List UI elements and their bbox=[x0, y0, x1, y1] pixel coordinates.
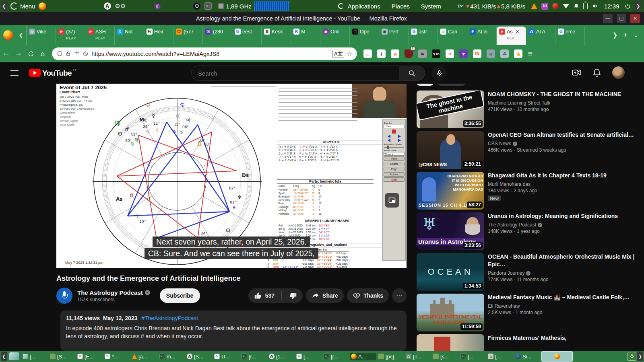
related-video-6[interactable]: MEDIEVAL INSTRUMENTAL CASTLE MUSIC11:59:… bbox=[417, 294, 644, 331]
recorder-tray-icon[interactable] bbox=[552, 3, 559, 9]
wheel-select[interactable]: Wheel ▾ bbox=[384, 152, 405, 156]
download-extension-icon[interactable]: ⭳ bbox=[377, 49, 386, 58]
taskbar-window-19[interactable]: Si... bbox=[514, 353, 541, 360]
taskbar-window-16[interactable]: [s... bbox=[432, 353, 458, 360]
browser-tab-10[interactable]: RM bbox=[291, 27, 320, 45]
opera-icon[interactable]: O bbox=[193, 2, 200, 10]
browser-tab-2[interactable]: ▶(37)PLAY bbox=[56, 27, 85, 45]
taskbar-window-12[interactable]: >_[r... bbox=[322, 353, 349, 360]
panel-scroll-left-icon[interactable]: ❮ bbox=[1, 1, 7, 11]
voice-search-button[interactable] bbox=[431, 66, 447, 81]
browser-tab-8[interactable]: Geest bbox=[232, 27, 262, 45]
taskbar-window-14[interactable]: [pc] bbox=[377, 353, 404, 360]
video-thumbnail[interactable] bbox=[417, 334, 484, 351]
notifications-icon[interactable] bbox=[592, 68, 602, 78]
page-button[interactable]: Page bbox=[384, 167, 405, 171]
browser-tab-4[interactable]: tNot bbox=[115, 27, 144, 45]
video-thumbnail[interactable]: The ghost in the machine3:36:55 bbox=[417, 90, 484, 128]
like-icon[interactable] bbox=[254, 292, 262, 300]
bookmark-star-icon[interactable]: ☆ bbox=[347, 50, 352, 58]
video-thumbnail[interactable]: ♅Uranus in Astrology3:23:56 bbox=[417, 212, 484, 250]
related-video-title[interactable]: Medieval Fantasy Music 🏰 – Medieval Cast… bbox=[488, 294, 644, 301]
vtr-extension-icon[interactable]: VTR bbox=[432, 49, 440, 58]
globe-extension-icon[interactable]: ◍ bbox=[487, 49, 495, 58]
video-thumbnail[interactable]: MEDIEVAL INSTRUMENTAL CASTLE MUSIC11:59:… bbox=[417, 294, 484, 331]
channel-avatar[interactable] bbox=[56, 288, 72, 304]
taskbar-window-6[interactable]: >_m... bbox=[158, 353, 185, 360]
browser-tab-9[interactable]: ⠿Kesk bbox=[262, 27, 291, 45]
tab-close-icon[interactable]: ✕ bbox=[514, 29, 521, 35]
browser-tab-14[interactable]: Gastr bbox=[409, 27, 438, 45]
system-menu[interactable]: System bbox=[421, 3, 441, 10]
related-video-title[interactable]: OpenAI CEO Sam Altman testifies at Senat… bbox=[488, 131, 644, 139]
step-input[interactable]: 1 Day bbox=[384, 125, 405, 128]
more-actions-button[interactable]: ⋯ bbox=[392, 288, 407, 303]
pocket-extension-icon[interactable]: ◡ bbox=[363, 49, 372, 58]
search-input[interactable] bbox=[198, 70, 389, 77]
stop-button[interactable] bbox=[392, 130, 396, 134]
yt-menu-hamburger-icon[interactable] bbox=[10, 70, 19, 76]
browser-tab-12[interactable]: ◌Ope bbox=[350, 27, 379, 45]
dislike-icon[interactable] bbox=[289, 292, 297, 300]
home-button[interactable]: ⌂ bbox=[41, 50, 45, 58]
description-box[interactable]: 11,145 views May 12, 2023 #TheAstrologyP… bbox=[60, 311, 407, 351]
thanks-button[interactable]: Thanks bbox=[347, 288, 389, 303]
applications-menu[interactable]: Applications bbox=[348, 3, 380, 10]
settings-gears-icon[interactable]: ⚙⚙ bbox=[115, 2, 126, 10]
video-thumbnail[interactable]: OCEAN1:34:53 bbox=[417, 253, 484, 291]
menu-button[interactable]: Menu bbox=[20, 3, 35, 10]
related-video-title[interactable]: Uranus in Astrology: Meaning and Signifi… bbox=[488, 212, 644, 220]
browser-tab-16[interactable]: FAI in bbox=[467, 27, 497, 45]
browser-tab-3[interactable]: ▶ASHPLAY bbox=[85, 27, 115, 45]
taskbar-scroll-left-icon[interactable]: ❮ bbox=[1, 352, 7, 361]
firefox-logo-icon[interactable] bbox=[3, 30, 13, 40]
new-tab-button[interactable]: + bbox=[623, 31, 627, 39]
maximize-button[interactable]: ▢ bbox=[617, 14, 626, 23]
vcr-controls[interactable] bbox=[384, 139, 405, 142]
related-video-channel[interactable]: Machine Learning Street Talk bbox=[488, 100, 550, 106]
js-extension-icon[interactable]: JS bbox=[418, 49, 427, 58]
related-video-channel[interactable]: CBS News bbox=[488, 141, 511, 146]
notes-extension-icon[interactable]: ▤ bbox=[391, 49, 399, 58]
related-video-channel[interactable]: Eli Ravenshaw bbox=[488, 303, 520, 309]
triangle-extension-icon[interactable]: ▼ bbox=[459, 49, 468, 58]
related-video-3[interactable]: BHAGAVAD GITA AS IT IS DISCUSSION WITH H… bbox=[417, 172, 644, 210]
related-video-title[interactable]: Firmicus Maternus' Mathesis, bbox=[488, 334, 644, 342]
related-video-2[interactable]: @CBS NEWS2:50:21OpenAI CEO Sam Altman te… bbox=[417, 131, 644, 169]
recycle-bin-icon[interactable]: ♻ bbox=[627, 352, 636, 361]
browser-tab-1[interactable]: ◍Vike bbox=[27, 27, 56, 45]
browser-tab-19[interactable]: Gerce bbox=[555, 27, 585, 45]
browser-tab-18[interactable]: AAI A bbox=[526, 27, 555, 45]
lock-icon[interactable] bbox=[66, 51, 71, 56]
battery-icon[interactable] bbox=[583, 3, 588, 9]
vlc-tray-icon[interactable] bbox=[531, 3, 537, 9]
related-video-5[interactable]: OCEAN1:34:53OCEAN - Beautiful Atmospheri… bbox=[417, 253, 644, 291]
related-video-channel[interactable]: Murli Manohara das bbox=[488, 181, 530, 187]
search-button[interactable] bbox=[399, 66, 425, 81]
network-signal-icon[interactable] bbox=[458, 3, 465, 9]
related-video-title[interactable]: OCEAN - Beautiful Atmospheric Orchestral… bbox=[488, 253, 644, 268]
search-tool-icon[interactable]: A bbox=[104, 2, 111, 10]
taskbar-window-1[interactable]: [... bbox=[21, 353, 48, 360]
shield-extension-icon[interactable]: 66 bbox=[405, 49, 413, 58]
taskbar-window-13[interactable]: A... bbox=[350, 353, 376, 360]
print-button[interactable]: Print bbox=[384, 156, 405, 161]
cpu-history-graph[interactable] bbox=[254, 1, 289, 11]
video-player[interactable]: ♍♌♋Mc24°☿11°♌♌☉♃15°06°♋♋♂☋11°20°♍♍♊03°00… bbox=[56, 84, 407, 268]
taskbar-window-3[interactable]: ≡[E... bbox=[76, 353, 103, 360]
volume-icon[interactable] bbox=[592, 3, 599, 9]
taskbar-window-11[interactable]: ≡[... bbox=[295, 353, 322, 360]
taskbar-window-7[interactable]: A[S... bbox=[186, 353, 212, 360]
url-bar[interactable]: https://www.youtube.com/watch?v=LEMaiAgx… bbox=[52, 47, 357, 60]
vcr-controls[interactable] bbox=[384, 135, 405, 138]
minimize-button[interactable]: — bbox=[603, 14, 613, 23]
places-menu[interactable]: Places bbox=[392, 3, 410, 10]
video-thumbnail[interactable]: BHAGAVAD GITA AS IT IS DISCUSSION WITH H… bbox=[417, 172, 484, 210]
back-button[interactable]: ← bbox=[3, 50, 9, 58]
related-video-title[interactable]: NOAM CHOMSKY - THE GHOST IN THE MACHINE bbox=[488, 90, 644, 98]
taskbar-window-10[interactable]: A[1... bbox=[268, 353, 294, 360]
firefox-menu-icon[interactable]: ≡ bbox=[528, 49, 533, 58]
show-desktop-button[interactable] bbox=[9, 352, 19, 361]
related-video-7[interactable]: Firmicus Maternus' Mathesis, bbox=[417, 334, 644, 351]
closed-captions[interactable]: Next seven years, rather, on April 25, 2… bbox=[56, 236, 407, 259]
